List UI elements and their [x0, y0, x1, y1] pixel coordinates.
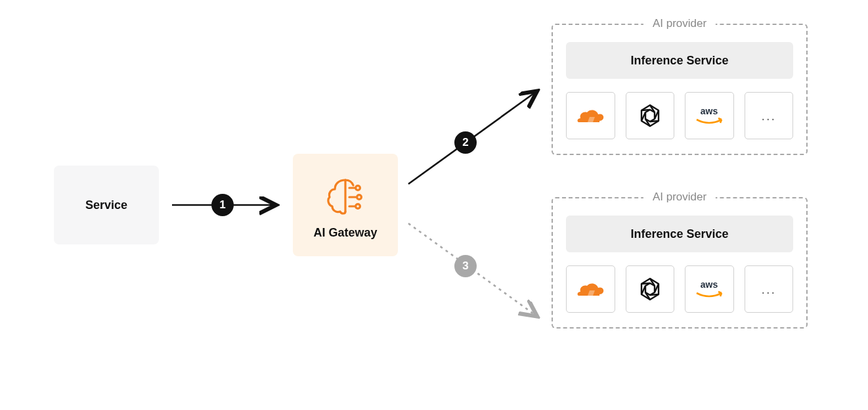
diagram-canvas: Service AI Gateway 1 — [0, 0, 868, 410]
more-providers-icon: ... — [745, 265, 794, 313]
brain-icon — [322, 171, 369, 221]
inference-service-label: Inference Service — [630, 227, 728, 241]
step-3-number: 3 — [462, 260, 468, 273]
svg-line-14 — [650, 121, 659, 122]
ai-gateway-label: AI Gateway — [313, 226, 377, 240]
ai-provider-caption: AI provider — [643, 17, 716, 30]
step-badge-2: 2 — [454, 131, 477, 154]
openai-icon — [626, 92, 675, 139]
step-1-number: 1 — [219, 198, 225, 212]
arrow-gateway-to-provider-secondary — [404, 217, 549, 322]
svg-text:aws: aws — [701, 279, 718, 290]
svg-point-6 — [356, 204, 360, 208]
svg-line-17 — [641, 110, 650, 110]
aws-icon: aws — [685, 92, 734, 139]
svg-text:aws: aws — [701, 106, 718, 116]
svg-line-26 — [641, 283, 650, 284]
service-box: Service — [54, 166, 159, 244]
inference-service-bar: Inference Service — [566, 42, 793, 79]
ai-gateway-box: AI Gateway — [293, 154, 398, 256]
ellipsis-label: ... — [761, 108, 776, 124]
service-label: Service — [85, 198, 127, 212]
aws-icon: aws — [685, 265, 734, 313]
step-badge-1: 1 — [211, 194, 234, 216]
cloudflare-icon — [566, 265, 615, 313]
inference-service-label: Inference Service — [630, 54, 728, 68]
openai-icon — [626, 265, 675, 313]
cloudflare-icon — [566, 92, 615, 139]
ai-provider-caption: AI provider — [643, 191, 716, 204]
ai-provider-box-primary: AI provider Inference Service — [552, 24, 808, 155]
step-2-number: 2 — [462, 136, 468, 149]
svg-line-23 — [650, 294, 659, 295]
step-badge-3: 3 — [454, 255, 477, 277]
svg-point-5 — [357, 194, 362, 199]
more-providers-icon: ... — [745, 92, 794, 139]
provider-icon-row: aws ... — [566, 92, 793, 139]
ai-provider-box-secondary: AI provider Inference Service — [552, 197, 808, 329]
inference-service-bar: Inference Service — [566, 216, 793, 252]
arrow-gateway-to-provider-primary — [404, 85, 549, 191]
ellipsis-label: ... — [761, 282, 776, 297]
svg-point-4 — [356, 185, 360, 190]
provider-icon-row: aws ... — [566, 265, 793, 313]
